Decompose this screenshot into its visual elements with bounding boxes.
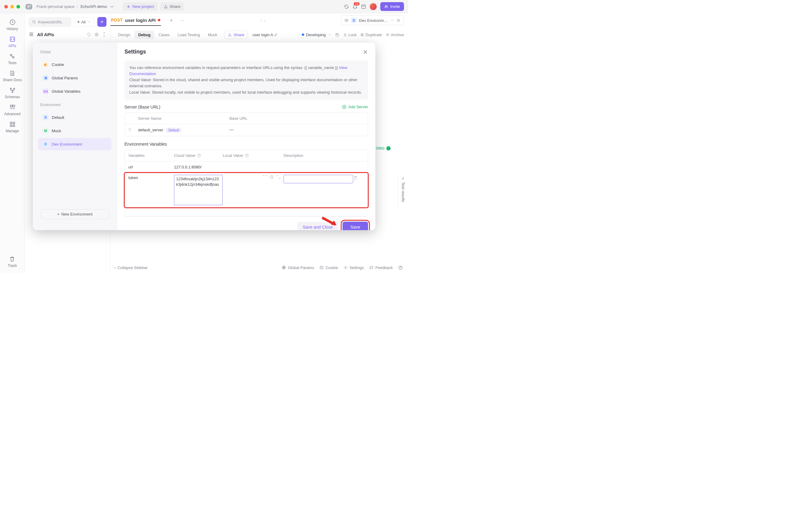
server-header: Server (Base URL)	[125, 104, 160, 110]
maximize-window-dot[interactable]	[16, 5, 20, 8]
svg-rect-23	[362, 34, 364, 36]
save-button[interactable]: Save	[342, 222, 368, 230]
api-name-field[interactable]: user login A	[253, 33, 273, 37]
help-icon[interactable]	[245, 153, 249, 157]
cookie-icon	[319, 265, 324, 270]
seg-cases[interactable]: Cases	[155, 31, 173, 39]
new-project-button[interactable]: New project	[123, 2, 157, 11]
layout-icon[interactable]	[361, 4, 366, 10]
new-environment-button[interactable]: + New Environment	[41, 209, 109, 219]
add-api-button[interactable]: +	[97, 17, 107, 27]
side-item-default-env[interactable]: DDefault	[38, 111, 111, 124]
collapse-sidebar[interactable]: ‹ Collapse Sidebar	[114, 265, 148, 270]
dev-status[interactable]: Developing	[302, 33, 331, 37]
more-icon[interactable]	[180, 18, 185, 23]
trash-icon[interactable]	[353, 175, 358, 180]
close-icon[interactable]	[363, 49, 368, 55]
chevron-down-icon	[87, 20, 91, 24]
var-row-empty[interactable]	[125, 207, 368, 216]
help-icon[interactable]	[398, 265, 403, 270]
tab-row: POST user login API ‹ › D Dev Environm…	[110, 13, 408, 27]
server-table: Server Name Base URL ⠿ default_server De…	[125, 113, 368, 136]
svg-point-29	[345, 267, 346, 268]
globe-icon	[282, 265, 286, 270]
list-icon	[29, 32, 34, 37]
more-icon[interactable]: •••	[229, 128, 234, 132]
lock-button[interactable]: Lock	[343, 33, 356, 37]
seg-load[interactable]: Load Testing	[174, 31, 204, 39]
chevron-down-icon[interactable]	[109, 4, 115, 10]
cloud-value-input[interactable]	[174, 175, 223, 205]
rail-manage[interactable]: Manage	[6, 121, 19, 133]
search-input[interactable]: Keyword/URL	[29, 17, 71, 27]
sort-icon[interactable]	[102, 32, 107, 37]
duplicate-button[interactable]: Duplicate	[360, 33, 382, 37]
var-row-token[interactable]: token	[125, 173, 368, 207]
server-row-default[interactable]: ⠿ default_server Default •••	[125, 124, 368, 136]
share-api-button[interactable]: Share	[224, 31, 247, 39]
test-results-tab[interactable]: « Test results	[398, 173, 408, 206]
drag-handle-icon[interactable]: ⠿	[128, 128, 138, 132]
minimize-window-dot[interactable]	[10, 5, 14, 8]
side-item-global-variables[interactable]: {x}Global Variables	[38, 85, 111, 97]
annotation-arrow-icon	[321, 216, 339, 228]
svg-point-16	[96, 34, 97, 35]
history-icon	[9, 19, 16, 25]
environment-selector[interactable]: D Dev Environm…	[341, 16, 404, 25]
add-server-button[interactable]: Add Server	[342, 104, 368, 109]
rail-apis[interactable]: APIs	[8, 36, 16, 48]
avatar[interactable]	[369, 3, 377, 11]
expand-icon[interactable]	[276, 175, 280, 179]
side-item-dev-env[interactable]: DDev Environment	[38, 138, 111, 150]
rail-tests[interactable]: Tests	[8, 53, 16, 65]
prev-tab-icon[interactable]: ‹	[260, 18, 262, 23]
copy-icon	[360, 33, 364, 37]
refresh-icon[interactable]	[87, 32, 91, 37]
svg-point-21	[346, 20, 347, 21]
save-icon[interactable]	[335, 33, 339, 37]
rail-schemas[interactable]: Schemas	[4, 87, 20, 99]
modal-title: Settings	[125, 49, 146, 55]
next-tab-icon[interactable]: ›	[264, 18, 265, 23]
svg-rect-0	[362, 5, 365, 8]
share-button-top[interactable]: Share	[160, 2, 184, 11]
project-name[interactable]: EchoAPI demo	[80, 4, 107, 9]
side-item-cookie[interactable]: ◐Cookie	[38, 58, 111, 71]
side-item-global-params[interactable]: ⊞Global Params	[38, 72, 111, 84]
target-icon[interactable]	[94, 32, 99, 37]
help-icon[interactable]	[197, 153, 201, 157]
notifications-icon[interactable]: 19	[352, 4, 358, 10]
status-feedback[interactable]: Feedback	[369, 265, 393, 270]
svg-rect-12	[13, 122, 15, 124]
invite-button[interactable]: Invite	[380, 2, 404, 11]
close-window-dot[interactable]	[4, 5, 8, 8]
status-global-params[interactable]: Global Params	[282, 265, 314, 270]
edit-icon[interactable]	[274, 33, 278, 37]
status-settings[interactable]: Settings	[344, 265, 364, 270]
seg-mock[interactable]: Mock	[204, 31, 221, 39]
seg-debug[interactable]: Debug	[134, 31, 154, 39]
svg-rect-14	[13, 125, 15, 127]
add-tab-icon[interactable]	[169, 18, 174, 23]
filter-dropdown[interactable]: All	[74, 17, 94, 27]
tab-user-login[interactable]: POST user login API	[110, 15, 161, 26]
expand-icon[interactable]	[263, 175, 267, 179]
status-cookie[interactable]: Cookie	[319, 265, 338, 270]
unsaved-dot	[158, 19, 160, 21]
rail-advanced[interactable]: Advanced	[4, 104, 20, 116]
breadcrumb: Frank personal space / EchoAPI demo	[37, 4, 115, 10]
archive-button[interactable]: Archive	[386, 33, 404, 37]
all-apis-row[interactable]: All APIs	[29, 32, 107, 37]
rail-share-docs[interactable]: Share Docs	[3, 70, 22, 82]
var-row-url[interactable]: url 127.0.0.1:8080/	[125, 162, 368, 173]
sync-icon[interactable]	[344, 4, 349, 10]
rail-history[interactable]: History	[7, 19, 18, 31]
vars-table: Variables Cloud Value Local Value Descri…	[125, 150, 368, 217]
menu-icon[interactable]	[396, 18, 401, 22]
description-input[interactable]	[283, 175, 353, 183]
seg-design[interactable]: Design	[114, 31, 134, 39]
history-icon[interactable]	[270, 175, 274, 179]
rail-trash[interactable]: Trash	[7, 256, 17, 268]
workspace-name[interactable]: Frank personal space	[37, 4, 75, 9]
side-item-mock-env[interactable]: MMock	[38, 125, 111, 137]
